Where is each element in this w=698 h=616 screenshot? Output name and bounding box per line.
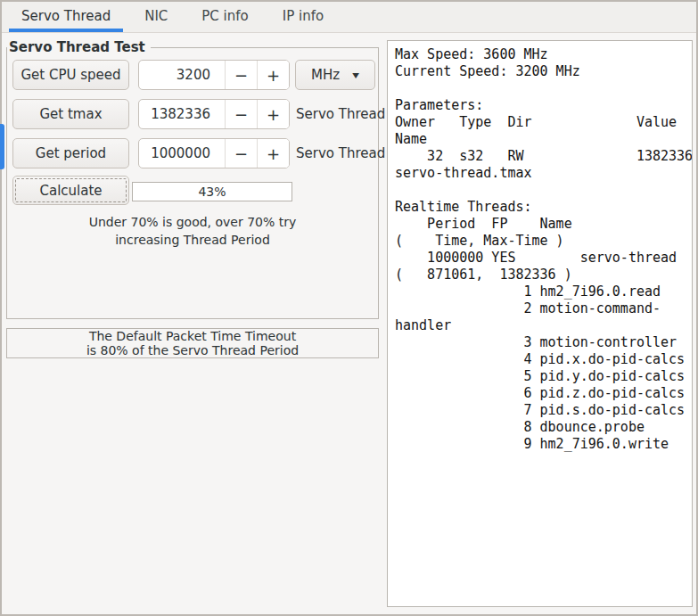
tmax-spinbox: 1382336 − + <box>138 99 290 129</box>
tmax-increment-button[interactable]: + <box>257 100 289 128</box>
period-increment-button[interactable]: + <box>257 139 289 168</box>
tmax-value[interactable]: 1382336 <box>139 100 225 128</box>
period-thread-label: Servo Thread <box>296 138 385 168</box>
tab-ip-info[interactable]: IP info <box>270 0 336 32</box>
note-line-1: The Default Packet Time Timeout <box>7 329 378 343</box>
period-value[interactable]: 1000000 <box>139 139 225 168</box>
get-tmax-button[interactable]: Get tmax <box>12 99 129 129</box>
cpu-speed-spinbox: 3200 − + <box>138 60 290 90</box>
period-spinbox: 1000000 − + <box>138 138 290 168</box>
get-period-button[interactable]: Get period <box>12 138 129 168</box>
note-line-2: is 80% of the Servo Thread Period <box>7 343 378 357</box>
plus-icon: + <box>267 105 280 124</box>
plus-icon: + <box>267 66 280 85</box>
cpu-speed-decrement-button[interactable]: − <box>225 61 257 89</box>
tmax-thread-label: Servo Thread <box>296 99 385 129</box>
hint-line-2: increasing Thread Period <box>6 231 379 249</box>
cpu-speed-increment-button[interactable]: + <box>257 61 289 89</box>
period-decrement-button[interactable]: − <box>225 139 257 168</box>
mesaflash-config-window: Servo Thread NIC PC info IP info Servo T… <box>0 0 698 616</box>
minus-icon: − <box>234 105 248 124</box>
tab-bar: Servo Thread NIC PC info IP info <box>0 0 698 33</box>
hint-line-1: Under 70% is good, over 70% try <box>6 213 379 231</box>
unit-dropdown[interactable]: MHz ▼ <box>295 60 375 90</box>
cpu-speed-value[interactable]: 3200 <box>139 61 225 89</box>
tab-servo-thread[interactable]: Servo Thread <box>9 0 123 32</box>
packet-timeout-note: The Default Packet Time Timeout is 80% o… <box>6 328 379 358</box>
frame-title: Servo Thread Test <box>7 39 151 55</box>
dropdown-arrow-icon: ▼ <box>352 71 359 79</box>
load-progress-bar: 43% <box>132 182 292 201</box>
output-textview[interactable]: Max Speed: 3600 MHz Current Speed: 3200 … <box>387 40 693 607</box>
tmax-decrement-button[interactable]: − <box>225 100 257 128</box>
minus-icon: − <box>234 144 248 163</box>
scrollbar-thumb[interactable] <box>0 124 4 169</box>
output-text: Max Speed: 3600 MHz Current Speed: 3200 … <box>388 41 692 453</box>
unit-dropdown-value: MHz <box>311 67 340 83</box>
plus-icon: + <box>267 144 280 163</box>
tab-pc-info[interactable]: PC info <box>189 0 260 32</box>
load-hint-text: Under 70% is good, over 70% try increasi… <box>6 213 379 249</box>
calculate-button[interactable]: Calculate <box>12 176 129 205</box>
minus-icon: − <box>234 66 248 85</box>
tab-nic[interactable]: NIC <box>132 0 180 32</box>
get-cpu-speed-button[interactable]: Get CPU speed <box>12 60 129 90</box>
